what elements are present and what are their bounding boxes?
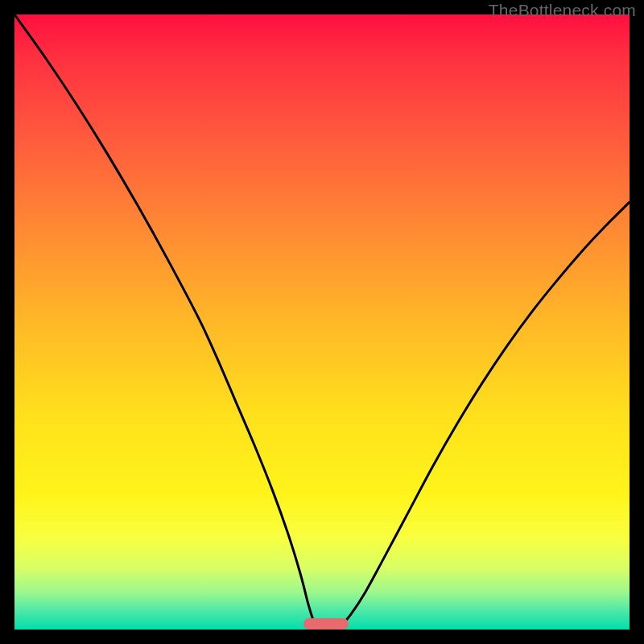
left-curve [14,14,317,627]
watermark-text: TheBottleneck.com [489,1,636,20]
right-curve [340,202,630,627]
curve-layer [14,14,630,630]
plot-area [14,14,630,630]
bottleneck-marker [303,618,349,630]
chart-frame: TheBottleneck.com [0,0,644,644]
